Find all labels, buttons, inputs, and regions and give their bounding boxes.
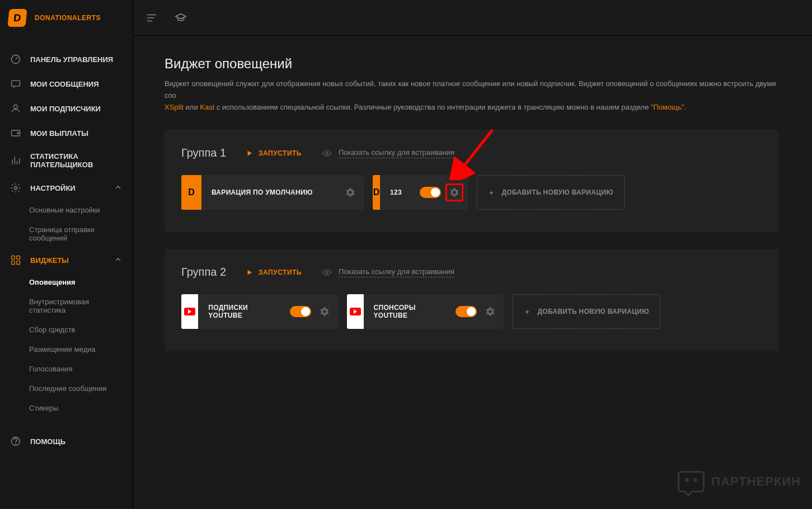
nav-widgets-alerts[interactable]: Оповещения xyxy=(0,272,133,292)
svg-rect-6 xyxy=(12,256,15,260)
embed-link[interactable]: Показать ссылку для встраивания xyxy=(322,148,454,158)
group-2: Группа 2 ЗАПУСТИТЬ Показать ссылку для в… xyxy=(165,249,778,351)
menu-icon[interactable] xyxy=(145,12,158,24)
nav-settings-sendpage[interactable]: Страница отправки сообщений xyxy=(0,220,133,248)
chevron-up-icon xyxy=(114,183,123,194)
youtube-badge-icon xyxy=(347,294,364,329)
svg-point-11 xyxy=(16,444,16,444)
youtube-badge-icon xyxy=(181,294,198,329)
nav-settings-general[interactable]: Основные настройки xyxy=(0,200,133,220)
nav-messages[interactable]: МОИ СООБЩЕНИЯ xyxy=(0,72,133,96)
nav-dashboard[interactable]: ПАНЕЛЬ УПРАВЛЕНИЯ xyxy=(0,47,133,72)
gear-icon[interactable] xyxy=(319,306,330,317)
nav-settings-label: НАСТРОЙКИ xyxy=(30,184,76,192)
da-badge-icon: D xyxy=(181,175,201,210)
gear-icon[interactable] xyxy=(345,187,356,198)
nav-widgets-label: ВИДЖЕТЫ xyxy=(30,256,69,265)
eye-icon xyxy=(322,148,332,158)
nav-settings[interactable]: НАСТРОЙКИ xyxy=(0,176,133,200)
gear-icon xyxy=(10,182,21,194)
topbar xyxy=(133,0,812,36)
nav-widgets-crowdfund[interactable]: Сбор средств xyxy=(0,320,133,340)
nav: ПАНЕЛЬ УПРАВЛЕНИЯ МОИ СООБЩЕНИЯ МОИ ПОДП… xyxy=(0,36,133,509)
play-icon xyxy=(246,269,253,276)
nav-payouts[interactable]: МОИ ВЫПЛАТЫ xyxy=(0,121,133,145)
plus-icon: ＋ xyxy=(524,307,531,317)
academy-icon[interactable] xyxy=(175,12,187,24)
svg-rect-9 xyxy=(17,261,20,265)
nav-widgets-media[interactable]: Размещение медиа xyxy=(0,340,133,359)
svg-point-13 xyxy=(326,271,328,274)
nav-widgets-stickers[interactable]: Стикеры xyxy=(0,398,133,418)
variation-card-yt-sponsors[interactable]: СПОНСОРЫ YOUTUBE xyxy=(347,294,504,329)
nav-subscribers[interactable]: МОИ ПОДПИСЧИКИ xyxy=(0,96,133,121)
link-kast[interactable]: Kast xyxy=(200,103,214,111)
variation-card-123[interactable]: D 123 xyxy=(373,175,468,210)
nav-subscribers-label: МОИ ПОДПИСЧИКИ xyxy=(30,105,101,113)
link-xsplit[interactable]: XSplit xyxy=(165,103,184,111)
nav-dashboard-label: ПАНЕЛЬ УПРАВЛЕНИЯ xyxy=(30,55,113,64)
variation-card-yt-subs[interactable]: ПОДПИСКИ YOUTUBE xyxy=(181,294,338,329)
user-icon xyxy=(10,103,21,114)
nav-help[interactable]: ПОМОЩЬ xyxy=(0,429,133,454)
card-title: ВАРИАЦИЯ ПО УМОЛЧАНИЮ xyxy=(212,188,313,196)
page-desc: Виджет оповещений служит для отображения… xyxy=(165,78,778,113)
nav-stats[interactable]: СТАТИСТИКА ПЛАТЕЛЬЩИКОВ xyxy=(0,145,133,176)
gear-icon[interactable] xyxy=(485,306,496,317)
nav-help-label: ПОМОЩЬ xyxy=(30,437,65,446)
gear-icon-highlighted[interactable] xyxy=(445,183,463,201)
group-1-title: Группа 1 xyxy=(181,147,226,159)
svg-point-5 xyxy=(15,187,17,190)
logo-icon: D xyxy=(7,9,27,27)
watermark: ПАРТНЕРКИН xyxy=(678,471,801,492)
nav-widgets-recent[interactable]: Последние сообщения xyxy=(0,379,133,398)
group-2-title: Группа 2 xyxy=(181,266,226,279)
content: Виджет оповещений Виджет оповещений служ… xyxy=(133,36,812,509)
card-title: ПОДПИСКИ YOUTUBE xyxy=(208,304,272,319)
variation-card-default[interactable]: D ВАРИАЦИЯ ПО УМОЛЧАНИЮ xyxy=(181,175,364,210)
sidebar: D DONATIONALERTS ПАНЕЛЬ УПРАВЛЕНИЯ МОИ С… xyxy=(0,0,133,509)
da-badge-icon: D xyxy=(373,175,380,210)
nav-stats-label: СТАТИСТИКА ПЛАТЕЛЬЩИКОВ xyxy=(30,152,123,169)
brand-name: DONATIONALERTS xyxy=(35,14,101,22)
card-title: 123 xyxy=(390,188,402,196)
add-variation-button[interactable]: ＋ ДОБАВИТЬ НОВУЮ ВАРИАЦИЮ xyxy=(513,294,660,329)
toggle-switch[interactable] xyxy=(456,306,477,317)
logo[interactable]: D DONATIONALERTS xyxy=(0,0,133,36)
chevron-up-icon xyxy=(114,255,123,266)
nav-widgets[interactable]: ВИДЖЕТЫ xyxy=(0,248,133,272)
main: Виджет оповещений Виджет оповещений служ… xyxy=(133,0,812,509)
grid-icon xyxy=(10,254,21,266)
launch-button[interactable]: ЗАПУСТИТЬ xyxy=(246,268,302,276)
nav-messages-label: МОИ СООБЩЕНИЯ xyxy=(30,80,99,88)
eye-icon xyxy=(322,267,332,277)
barchart-icon xyxy=(10,155,21,166)
svg-rect-7 xyxy=(17,256,20,260)
card-title: СПОНСОРЫ YOUTUBE xyxy=(374,304,438,319)
gauge-icon xyxy=(10,54,21,65)
svg-rect-1 xyxy=(12,81,20,86)
svg-point-2 xyxy=(14,105,18,109)
svg-rect-8 xyxy=(12,261,15,265)
group-1: Группа 1 ЗАПУСТИТЬ Показать ссылку для в… xyxy=(165,130,778,232)
page-title: Виджет оповещений xyxy=(165,56,778,72)
nav-payouts-label: МОИ ВЫПЛАТЫ xyxy=(30,129,88,138)
toggle-switch[interactable] xyxy=(290,306,311,317)
svg-point-4 xyxy=(17,133,19,134)
nav-widgets-polls[interactable]: Голосования xyxy=(0,359,133,379)
link-help[interactable]: "Помощь" xyxy=(651,103,684,111)
nav-widgets-streamstats[interactable]: Внутристримовая статистика xyxy=(0,292,133,320)
chat-icon xyxy=(10,78,21,89)
toggle-switch[interactable] xyxy=(420,187,441,198)
launch-button[interactable]: ЗАПУСТИТЬ xyxy=(246,149,302,157)
play-icon xyxy=(246,150,253,157)
plus-icon: ＋ xyxy=(488,188,495,197)
svg-point-12 xyxy=(326,152,328,155)
embed-link[interactable]: Показать ссылку для встраивания xyxy=(322,267,454,277)
wallet-icon xyxy=(10,128,21,139)
add-variation-button[interactable]: ＋ ДОБАВИТЬ НОВУЮ ВАРИАЦИЮ xyxy=(477,175,625,210)
question-icon xyxy=(10,436,21,447)
